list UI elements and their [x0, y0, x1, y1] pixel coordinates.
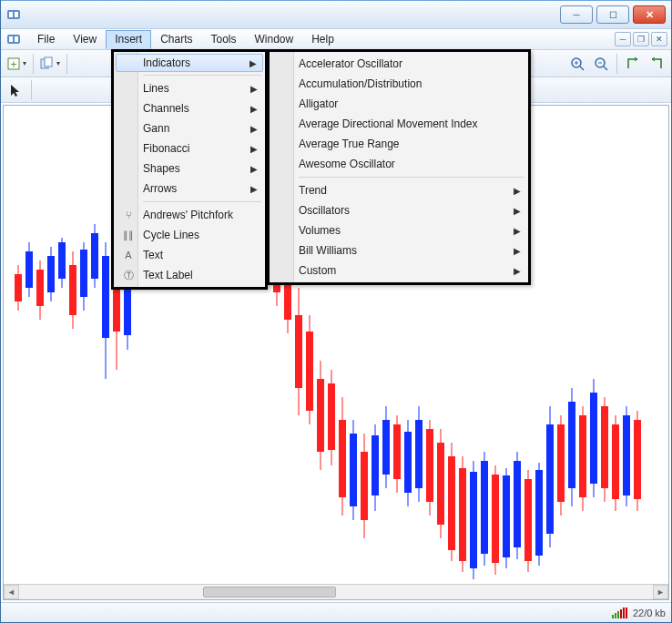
scrollbar-thumb[interactable]: [203, 587, 336, 597]
candle: [568, 388, 575, 506]
insert-menu-item[interactable]: AText: [116, 245, 263, 265]
indicators-menu-item[interactable]: Awesome Oscillator: [271, 154, 526, 174]
insert-menu-item[interactable]: ⓉText Label: [116, 265, 263, 285]
svg-line-15: [604, 66, 607, 70]
connection-icon: [612, 608, 627, 618]
menu-item-label: Awesome Oscillator: [299, 158, 395, 170]
menu-window[interactable]: Window: [246, 30, 303, 48]
menu-file[interactable]: File: [28, 30, 64, 48]
submenu-arrow-icon: ▶: [514, 226, 521, 236]
statusbar: 22/0 kb: [1, 602, 671, 622]
candle: [91, 224, 98, 288]
chart-scrollbar-x[interactable]: ◄ ►: [4, 584, 668, 599]
zoom-out-button[interactable]: [590, 53, 612, 75]
chart-shift-icon: [649, 56, 664, 71]
indicators-menu-item[interactable]: Trend▶: [271, 180, 526, 200]
candle: [80, 242, 87, 311]
menu-item-label: Volumes: [299, 224, 341, 237]
indicators-menu-item[interactable]: Accelerator Oscillator: [271, 54, 526, 74]
svg-rect-2: [15, 12, 18, 17]
submenu-arrow-icon: ▶: [250, 144, 258, 154]
mdi-close-button[interactable]: ✕: [651, 32, 667, 46]
candle: [295, 288, 302, 415]
menu-item-label: Custom: [299, 264, 336, 277]
insert-menu-item[interactable]: Channels▶: [116, 98, 263, 118]
candle: [470, 461, 477, 579]
menu-item-label: Oscillators: [299, 204, 350, 217]
zoom-out-icon: [594, 56, 608, 71]
candle: [612, 415, 619, 511]
svg-rect-1: [9, 12, 13, 17]
menu-item-label: Channels: [143, 102, 189, 115]
menu-item-label: Text Label: [143, 269, 193, 281]
maximize-button[interactable]: ☐: [596, 5, 629, 24]
toolbar-separator: [33, 54, 34, 74]
indicators-menu-item[interactable]: Average Directional Movement Index: [271, 114, 526, 134]
candle: [25, 242, 33, 297]
candle: [361, 434, 368, 538]
indicators-menu-item[interactable]: Bill Williams▶: [271, 240, 526, 260]
candle: [36, 260, 44, 320]
text-icon: A: [121, 248, 136, 262]
submenu-arrow-icon: ▶: [514, 246, 521, 256]
menu-help[interactable]: Help: [302, 30, 343, 48]
insert-menu-item[interactable]: Lines▶: [116, 78, 263, 98]
indicators-menu-item[interactable]: Custom▶: [271, 260, 526, 281]
indicators-menu-item[interactable]: Accumulation/Distribution: [271, 74, 526, 94]
toolbar-separator: [616, 54, 617, 74]
indicators-menu-item[interactable]: Volumes▶: [271, 220, 526, 240]
close-button[interactable]: ✕: [633, 5, 666, 24]
insert-menu-item[interactable]: Fibonacci▶: [116, 138, 263, 158]
menu-tools[interactable]: Tools: [202, 30, 246, 48]
textlabel-icon: Ⓣ: [121, 268, 136, 282]
indicators-submenu: Accelerator OscillatorAccumulation/Distr…: [267, 49, 531, 285]
menu-item-label: Accelerator Oscillator: [299, 57, 402, 70]
chart-shift-button[interactable]: [646, 53, 667, 75]
insert-menu-item[interactable]: ⑂Andrews' Pitchfork: [116, 205, 263, 225]
scroll-left-arrow-icon[interactable]: ◄: [4, 585, 19, 599]
menu-insert[interactable]: Insert: [106, 30, 151, 49]
mdi-restore-button[interactable]: ❐: [633, 32, 649, 46]
candle: [404, 420, 412, 506]
insert-menu-item[interactable]: Shapes▶: [116, 158, 263, 179]
svg-rect-4: [9, 36, 13, 42]
submenu-arrow-icon: ▶: [250, 84, 258, 94]
candle: [393, 415, 401, 493]
menu-item-label: Average True Range: [299, 138, 400, 150]
candle: [590, 379, 597, 497]
dropdown-arrow-icon: ▾: [23, 59, 26, 67]
svg-text:＋: ＋: [8, 57, 19, 70]
toolbar-separator: [66, 54, 67, 74]
candle: [492, 465, 499, 575]
auto-scroll-button[interactable]: [622, 53, 644, 75]
candle: [459, 456, 466, 572]
minimize-button[interactable]: ─: [560, 5, 593, 24]
zoom-in-button[interactable]: [566, 53, 588, 75]
menu-charts[interactable]: Charts: [151, 30, 201, 48]
insert-menu-item[interactable]: ∥∥Cycle Lines: [116, 225, 263, 245]
insert-menu-item[interactable]: Gann▶: [116, 118, 263, 138]
indicators-menu-item[interactable]: Average True Range: [271, 134, 526, 154]
cursor-tool-button[interactable]: [5, 79, 26, 101]
new-chart-button[interactable]: ＋ ▾: [5, 53, 28, 75]
menu-separator: [143, 201, 261, 202]
candle: [372, 424, 379, 511]
menu-item-label: Alligator: [299, 97, 338, 110]
insert-menu-item[interactable]: Indicators▶: [116, 54, 263, 72]
mdi-minimize-button[interactable]: ─: [615, 32, 631, 46]
indicators-menu-item[interactable]: Oscillators▶: [271, 200, 526, 220]
candle: [415, 406, 423, 502]
scroll-right-arrow-icon[interactable]: ►: [653, 585, 668, 599]
zoom-in-icon: [570, 56, 585, 71]
candle: [601, 397, 608, 502]
menu-view[interactable]: View: [64, 30, 106, 48]
submenu-arrow-icon: ▶: [250, 124, 258, 134]
candle: [102, 242, 109, 379]
candle: [524, 470, 532, 572]
indicators-menu-item[interactable]: Alligator: [271, 94, 526, 114]
toolbar-separator: [31, 80, 32, 100]
menu-item-label: Andrews' Pitchfork: [143, 209, 233, 221]
mdi-controls: ─ ❐ ✕: [615, 32, 671, 46]
profiles-button[interactable]: ▾: [38, 53, 62, 75]
insert-menu-item[interactable]: Arrows▶: [116, 179, 263, 199]
